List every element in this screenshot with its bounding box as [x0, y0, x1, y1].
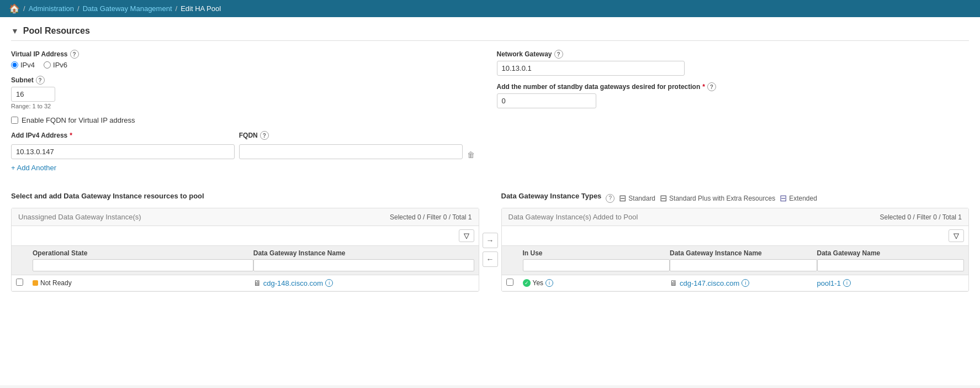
left-op-state-filter[interactable]: [33, 259, 253, 271]
fqdn-col-label: FQDN ?: [239, 131, 463, 140]
add-another-link[interactable]: + Add Another: [11, 164, 484, 172]
type-extended: ⊟ Extended: [780, 193, 817, 203]
pool-name-info-icon[interactable]: i: [843, 279, 851, 287]
network-gateway-help[interactable]: ?: [554, 50, 563, 59]
right-table-panel: Data Gateway Instance(s) Added to Pool S…: [501, 208, 970, 292]
move-right-button[interactable]: →: [483, 233, 498, 248]
standby-help[interactable]: ?: [707, 82, 716, 91]
left-filter-button[interactable]: ▽: [459, 229, 474, 242]
in-use-info-icon[interactable]: i: [545, 279, 553, 287]
table-row: ✓ Yes i 🖥 cdg-147.cisco.com i pool1-1 i: [502, 275, 969, 291]
type-standard: ⊟ Standard: [619, 193, 655, 203]
right-col-gw-name: Data Gateway Name: [817, 249, 965, 271]
right-settings: Network Gateway ? Add the number of stan…: [497, 50, 970, 181]
left-col-name: Data Gateway Instance Name: [253, 249, 474, 271]
fqdn-col-help[interactable]: ?: [260, 131, 269, 140]
ok-icon: ✓: [523, 279, 531, 287]
ip-version-radio-group: IPv4 IPv6: [11, 61, 484, 69]
left-gateway-name-cell[interactable]: 🖥 cdg-148.cisco.com i: [253, 279, 474, 287]
warning-icon: [33, 280, 38, 286]
right-server-icon: 🖥: [670, 279, 677, 287]
right-gateway-name: cdg-147.cisco.com: [680, 279, 739, 287]
ipv6-radio[interactable]: [44, 61, 51, 69]
standby-group: Add the number of standby data gateways …: [497, 82, 970, 108]
left-table-section-label: Select and add Data Gateway Instance res…: [11, 192, 479, 200]
section-header: ▼ Pool Resources: [11, 26, 969, 41]
left-table-panel: Unassigned Data Gateway Instance(s) Sele…: [11, 208, 479, 292]
right-gw-name-filter[interactable]: [817, 259, 965, 271]
standby-label: Add the number of standby data gateways …: [497, 82, 970, 91]
right-col-in-use: In Use: [523, 249, 670, 271]
right-filter-row: ▽: [502, 226, 969, 246]
subnet-label: Subnet ?: [11, 76, 484, 85]
left-col-check: [16, 249, 33, 271]
bottom-section-wrapper: Select and add Data Gateway Instance res…: [11, 192, 969, 292]
ipv4-radio[interactable]: [11, 61, 18, 69]
address-headers: Add IPv4 Address* FQDN ?: [11, 131, 484, 142]
breadcrumb-data-gateway-management[interactable]: Data Gateway Management: [83, 4, 172, 13]
left-col-op-state: Operational State: [33, 249, 253, 271]
collapse-icon[interactable]: ▼: [11, 27, 19, 35]
page-content: ▼ Pool Resources Virtual IP Address ? IP…: [0, 17, 980, 385]
virtual-ip-label: Virtual IP Address ?: [11, 50, 484, 59]
top-layout: Virtual IP Address ? IPv4 IPv6 Subn: [11, 50, 969, 181]
ipv4-address-input[interactable]: [11, 144, 235, 159]
ipv4-option[interactable]: IPv4: [11, 61, 35, 69]
network-gateway-label: Network Gateway ?: [497, 50, 970, 59]
breadcrumb-bar: 🏠 / Administration / Data Gateway Manage…: [0, 0, 980, 17]
ipv6-option[interactable]: IPv6: [44, 61, 67, 69]
virtual-ip-group: Virtual IP Address ? IPv4 IPv6: [11, 50, 484, 69]
right-filter-button[interactable]: ▽: [949, 229, 964, 242]
type-standard-plus: ⊟ Standard Plus with Extra Resources: [660, 193, 775, 203]
status-text: Not Ready: [40, 279, 72, 287]
breadcrumb-administration[interactable]: Administration: [29, 4, 74, 13]
right-in-use-filter[interactable]: [523, 259, 670, 271]
in-use-cell: ✓ Yes i: [523, 279, 670, 287]
arrows-column: → ←: [479, 208, 501, 292]
left-filter-row: ▽: [12, 226, 479, 246]
pool-name-text: pool1-1: [817, 279, 841, 287]
right-table-stats: Selected 0 / Filter 0 / Total 1: [880, 213, 962, 221]
tables-layout: Unassigned Data Gateway Instance(s) Sele…: [11, 208, 969, 292]
right-row-checkbox[interactable]: [506, 279, 513, 286]
instance-types-help[interactable]: ?: [606, 194, 615, 203]
status-cell: Not Ready: [33, 279, 253, 287]
move-left-button[interactable]: ←: [483, 251, 498, 267]
row-checkbox[interactable]: [16, 279, 23, 286]
home-icon[interactable]: 🏠: [9, 3, 20, 14]
labels-row: Select and add Data Gateway Instance res…: [11, 192, 969, 205]
right-table-title: Data Gateway Instance(s) Added to Pool: [508, 213, 638, 221]
left-table-title: Unassigned Data Gateway Instance(s): [18, 213, 141, 221]
fqdn-checkbox-group: Enable FQDN for Virtual IP address: [11, 116, 484, 124]
add-ipv4-label: Add IPv4 Address*: [11, 131, 235, 140]
right-row-info-icon[interactable]: i: [741, 279, 749, 287]
left-table-stats: Selected 0 / Filter 0 / Total 1: [390, 213, 472, 221]
standby-input[interactable]: [497, 93, 596, 108]
left-gateway-name: cdg-148.cisco.com: [263, 279, 323, 287]
left-name-filter[interactable]: [253, 259, 474, 271]
network-gateway-group: Network Gateway ?: [497, 50, 970, 76]
fqdn-checkbox[interactable]: [11, 117, 18, 124]
virtual-ip-help[interactable]: ?: [70, 50, 79, 59]
network-gateway-input[interactable]: [497, 61, 685, 76]
breadcrumb-edit-ha-pool: Edit HA Pool: [181, 4, 221, 13]
subnet-input[interactable]: [11, 87, 55, 102]
left-col-headers: Operational State Data Gateway Instance …: [12, 246, 479, 275]
right-col-check: [506, 249, 523, 271]
right-table-header-row: Data Gateway Instance Types ? ⊟ Standard…: [501, 192, 970, 205]
left-settings: Virtual IP Address ? IPv4 IPv6 Subn: [11, 50, 484, 181]
standard-icon: ⊟: [619, 193, 626, 203]
delete-address-icon[interactable]: 🗑: [467, 150, 484, 159]
table-row: Not Ready 🖥 cdg-148.cisco.com i: [12, 275, 479, 291]
subnet-group: Subnet ? Range: 1 to 32: [11, 76, 484, 109]
section-title: Pool Resources: [23, 26, 90, 36]
right-name-filter[interactable]: [670, 259, 817, 271]
right-gateway-name-cell[interactable]: 🖥 cdg-147.cisco.com i: [670, 279, 817, 287]
subnet-help[interactable]: ?: [36, 76, 45, 85]
left-row-info-icon[interactable]: i: [325, 279, 333, 287]
pool-name-cell[interactable]: pool1-1 i: [817, 279, 965, 287]
fqdn-label: Enable FQDN for Virtual IP address: [22, 116, 135, 124]
standard-plus-icon: ⊟: [660, 193, 667, 203]
fqdn-input[interactable]: [239, 144, 463, 159]
subnet-range: Range: 1 to 32: [11, 103, 484, 109]
